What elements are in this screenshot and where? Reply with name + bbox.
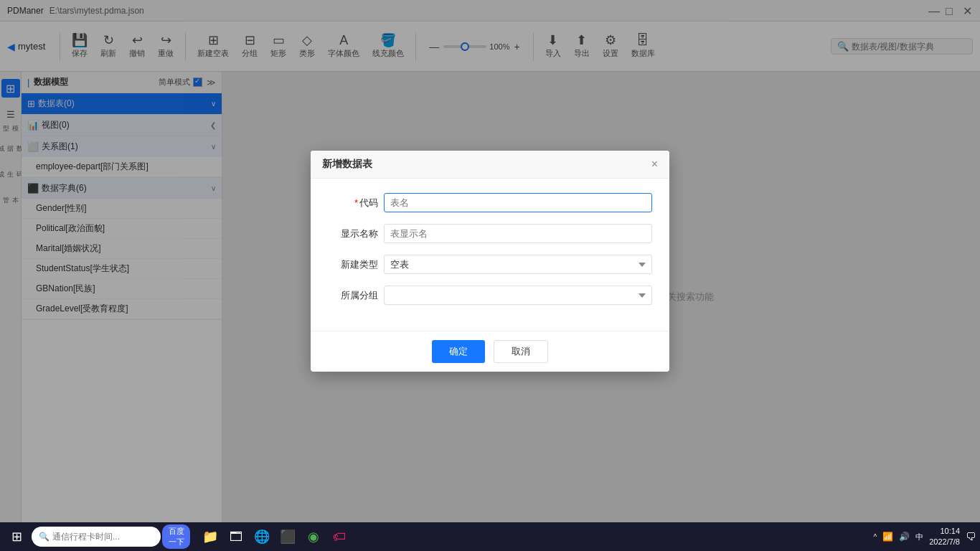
- clock: 10:14: [929, 526, 960, 537]
- taskbar-time[interactable]: 10:14 2022/7/8: [929, 526, 960, 548]
- group-select[interactable]: [384, 286, 652, 305]
- terminal-icon: ⬛: [280, 529, 296, 545]
- display-name-input[interactable]: [384, 224, 652, 243]
- taskbar-right: ^ 📶 🔊 中 10:14 2022/7/8 🗨: [873, 526, 976, 548]
- app6-icon: 🏷: [333, 529, 346, 545]
- chrome-icon: ◉: [308, 529, 319, 545]
- form-row-code: 代码: [328, 193, 652, 212]
- taskbar-chrome[interactable]: ◉: [302, 525, 325, 548]
- form-row-display-name: 显示名称: [328, 224, 652, 243]
- dialog-body: 代码 显示名称 新建类型 空表 从模板 从已有表 所属分组: [311, 179, 669, 331]
- taskbar-edge[interactable]: 🌐: [250, 525, 273, 548]
- taskbar-apps: 🔍 百度一下: [32, 524, 190, 549]
- group-label: 所属分组: [328, 289, 378, 302]
- taskbar-file-explorer[interactable]: 📁: [199, 525, 222, 548]
- notification-icon[interactable]: 🗨: [966, 531, 976, 542]
- baidu-button[interactable]: 百度一下: [162, 524, 190, 549]
- taskbar-terminal[interactable]: ⬛: [276, 525, 299, 548]
- windows-icon: ⊞: [11, 529, 22, 545]
- dialog-footer: 确定 取消: [311, 331, 669, 372]
- dialog-title: 新增数据表: [322, 158, 372, 171]
- taskbar: ⊞ 🔍 百度一下 📁 🗔 🌐 ⬛ ◉ 🏷 ^ 📶 🔊 中 10:14 2022/…: [0, 522, 980, 551]
- form-row-new-type: 新建类型 空表 从模板 从已有表: [328, 255, 652, 274]
- new-type-select[interactable]: 空表 从模板 从已有表: [384, 255, 652, 274]
- edge-icon: 🌐: [254, 529, 270, 545]
- modal-overlay: 新增数据表 × 代码 显示名称 新建类型 空表 从模板 从已有表: [0, 0, 980, 522]
- form-row-group: 所属分组: [328, 286, 652, 305]
- tray-expand-icon[interactable]: ^: [873, 533, 877, 541]
- taskbar-search-icon: 🔍: [39, 532, 50, 542]
- start-button[interactable]: ⊞: [4, 524, 29, 549]
- task-mgr-icon: 🗔: [230, 529, 242, 545]
- new-type-label: 新建类型: [328, 258, 378, 271]
- confirm-button[interactable]: 确定: [432, 340, 485, 363]
- taskbar-search-area[interactable]: 🔍: [32, 527, 161, 547]
- ime-indicator[interactable]: 中: [915, 532, 923, 542]
- taskbar-app6[interactable]: 🏷: [328, 525, 351, 548]
- date: 2022/7/8: [929, 537, 960, 547]
- dialog-header: 新增数据表 ×: [311, 151, 669, 179]
- code-label: 代码: [328, 197, 378, 209]
- volume-icon: 🔊: [899, 532, 910, 542]
- code-input[interactable]: [384, 193, 652, 212]
- network-icon: 📶: [882, 532, 893, 542]
- file-explorer-icon: 📁: [202, 529, 218, 545]
- cancel-button[interactable]: 取消: [494, 340, 548, 363]
- dialog-add-table: 新增数据表 × 代码 显示名称 新建类型 空表 从模板 从已有表: [311, 151, 669, 372]
- taskbar-search-input[interactable]: [52, 532, 138, 542]
- display-name-label: 显示名称: [328, 227, 378, 240]
- dialog-close-button[interactable]: ×: [651, 159, 658, 170]
- taskbar-task-mgr[interactable]: 🗔: [225, 525, 248, 548]
